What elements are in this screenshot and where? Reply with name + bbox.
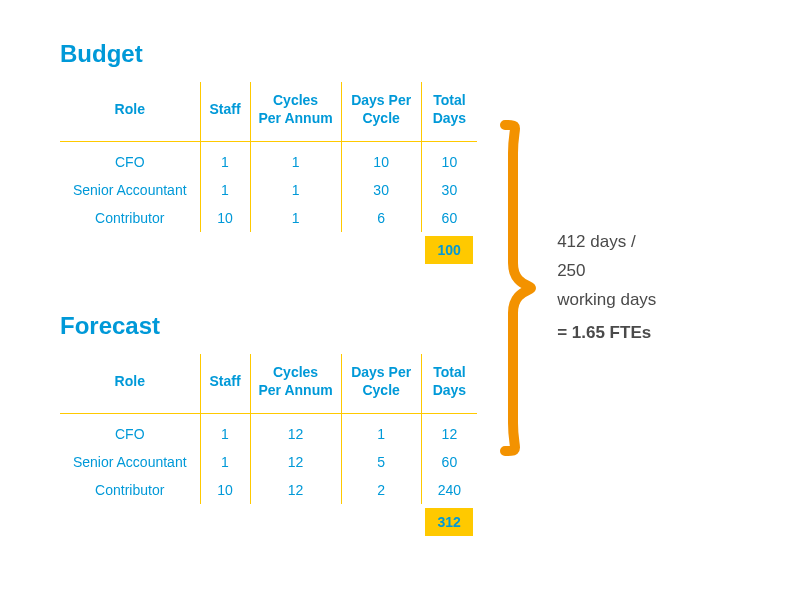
table-header-row: Role Staff CyclesPer Annum Days PerCycle… [60,354,477,414]
cell-staff: 1 [200,176,250,204]
cell-total: 240 [421,476,477,504]
forecast-table: Role Staff CyclesPer Annum Days PerCycle… [60,354,477,536]
total-row: 100 [60,232,477,264]
summary-column: 412 days / 250 working days = 1.65 FTEs [557,228,656,348]
cell-days: 2 [341,476,421,504]
col-staff: Staff [200,354,250,414]
brace-column [497,113,537,463]
col-cycles: CyclesPer Annum [250,354,341,414]
cell-cycles: 12 [250,476,341,504]
table-row: Contributor 10 1 6 60 [60,204,477,232]
summary-days: 412 days / [557,232,635,251]
cell-cycles: 1 [250,142,341,177]
cell-role: Contributor [60,476,200,504]
cell-days: 6 [341,204,421,232]
cell-role: CFO [60,414,200,449]
col-role: Role [60,82,200,142]
col-total: TotalDays [421,82,477,142]
summary-fte: = 1.65 FTEs [557,319,656,348]
table-row: CFO 1 1 10 10 [60,142,477,177]
cell-days: 5 [341,448,421,476]
curly-brace-icon [497,113,537,463]
forecast-total-days: 312 [425,508,472,536]
cell-role: Contributor [60,204,200,232]
cell-staff: 10 [200,476,250,504]
table-header-row: Role Staff CyclesPer Annum Days PerCycle… [60,82,477,142]
cell-days: 30 [341,176,421,204]
col-days: Days PerCycle [341,354,421,414]
col-staff: Staff [200,82,250,142]
col-cycles: CyclesPer Annum [250,82,341,142]
col-days: Days PerCycle [341,82,421,142]
table-row: Contributor 10 12 2 240 [60,476,477,504]
cell-cycles: 12 [250,414,341,449]
forecast-title: Forecast [60,312,477,340]
forecast-section: Forecast Role Staff CyclesPer Annum Days… [60,312,477,536]
budget-total-days: 100 [425,236,472,264]
budget-title: Budget [60,40,477,68]
cell-role: Senior Accountant [60,176,200,204]
cell-staff: 1 [200,414,250,449]
cell-cycles: 1 [250,176,341,204]
cell-total: 30 [421,176,477,204]
total-row: 312 [60,504,477,536]
table-row: Senior Accountant 1 12 5 60 [60,448,477,476]
cell-role: Senior Accountant [60,448,200,476]
budget-table: Role Staff CyclesPer Annum Days PerCycle… [60,82,477,264]
col-role: Role [60,354,200,414]
summary-working-days-label: working days [557,290,656,309]
layout: Budget Role Staff CyclesPer Annum Days P… [60,40,748,536]
cell-cycles: 12 [250,448,341,476]
cell-total: 60 [421,204,477,232]
tables-column: Budget Role Staff CyclesPer Annum Days P… [60,40,477,536]
budget-section: Budget Role Staff CyclesPer Annum Days P… [60,40,477,264]
cell-days: 1 [341,414,421,449]
cell-staff: 1 [200,142,250,177]
cell-total: 10 [421,142,477,177]
cell-cycles: 1 [250,204,341,232]
cell-staff: 10 [200,204,250,232]
cell-staff: 1 [200,448,250,476]
summary-working-days-num: 250 [557,261,585,280]
table-row: Senior Accountant 1 1 30 30 [60,176,477,204]
table-row: CFO 1 12 1 12 [60,414,477,449]
cell-days: 10 [341,142,421,177]
cell-total: 12 [421,414,477,449]
cell-total: 60 [421,448,477,476]
col-total: TotalDays [421,354,477,414]
cell-role: CFO [60,142,200,177]
